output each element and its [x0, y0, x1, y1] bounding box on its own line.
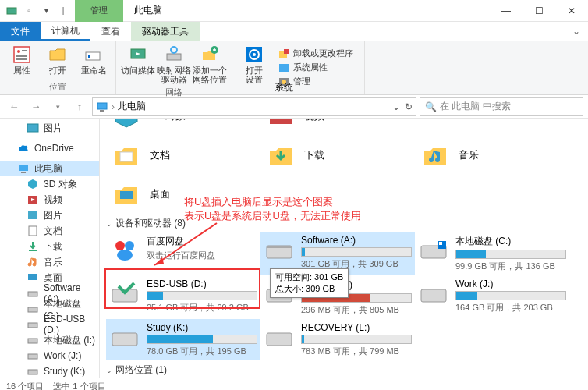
sidebar-item-esd-d[interactable]: ESD-USB (D:): [0, 317, 99, 332]
svg-rect-56: [112, 333, 137, 346]
add-network-button[interactable]: 添加一个 网络位置: [193, 42, 227, 86]
svg-point-11: [171, 47, 177, 53]
search-placeholder: 在 此电脑 中搜索: [440, 100, 511, 113]
svg-marker-62: [154, 257, 164, 265]
svg-rect-21: [97, 103, 107, 109]
svg-rect-32: [28, 274, 37, 280]
sidebar-item-music[interactable]: 音乐: [0, 254, 99, 270]
folder-videos[interactable]: 视频: [260, 119, 415, 136]
folder-music[interactable]: 音乐: [415, 136, 569, 175]
history-dropdown[interactable]: ▾: [48, 98, 67, 116]
svg-rect-30: [29, 226, 37, 236]
address-bar-row: ← → ▾ ↑ › 此电脑 ⌄ ↻ 🔍 在 此电脑 中搜索: [0, 95, 588, 119]
tab-file[interactable]: 文件: [0, 22, 41, 41]
sidebar-item-onedrive[interactable]: OneDrive: [0, 140, 99, 156]
search-icon: 🔍: [425, 101, 437, 112]
svg-rect-49: [267, 246, 292, 248]
back-button[interactable]: ←: [5, 98, 23, 116]
svg-point-47: [117, 250, 133, 261]
search-box[interactable]: 🔍 在 此电脑 中搜索: [420, 98, 583, 116]
svg-point-15: [253, 53, 256, 56]
up-button[interactable]: ↑: [70, 98, 89, 116]
tab-view[interactable]: 查看: [90, 22, 131, 41]
svg-rect-44: [120, 191, 133, 199]
window-title: 此电脑: [134, 4, 162, 17]
svg-rect-35: [28, 323, 37, 328]
nav-sidebar: 图片 OneDrive 此电脑 3D 对象 视频 图片 文档 下载 音乐 桌面 …: [0, 119, 100, 378]
svg-marker-26: [28, 179, 37, 189]
sidebar-item-pictures[interactable]: 图片: [0, 120, 99, 136]
svg-rect-0: [7, 8, 16, 14]
contextual-tab-manage[interactable]: 管理: [75, 0, 123, 22]
ribbon-group-location: 属性 打开 重命名 位置: [0, 41, 116, 94]
folder-pictures[interactable]: [415, 119, 569, 136]
svg-rect-52: [439, 242, 442, 245]
svg-point-46: [125, 241, 134, 250]
sidebar-item-downloads[interactable]: 下载: [0, 239, 99, 254]
svg-rect-29: [28, 211, 37, 219]
sidebar-item-thispc[interactable]: 此电脑: [0, 161, 99, 176]
sidebar-item-videos[interactable]: 视频: [0, 192, 99, 207]
forward-button[interactable]: →: [27, 98, 45, 116]
group-label-system: 系统: [275, 81, 293, 94]
svg-rect-55: [421, 289, 446, 302]
tab-drive-tools[interactable]: 驱动器工具: [131, 22, 200, 41]
svg-rect-31: [29, 250, 37, 251]
minimize-button[interactable]: —: [490, 0, 522, 22]
svg-rect-41: [270, 119, 292, 124]
svg-rect-24: [19, 165, 28, 171]
svg-rect-4: [16, 55, 27, 57]
drive-recovery-l[interactable]: RECOVERY (L:)783 MB 可用，共 799 MB: [260, 319, 415, 360]
group-label-location: 位置: [5, 80, 111, 93]
map-drive-button[interactable]: 映射网络 驱动器: [157, 42, 191, 86]
tab-computer[interactable]: 计算机: [41, 22, 90, 41]
system-menu-icon[interactable]: [5, 4, 19, 18]
svg-rect-22: [100, 110, 104, 112]
svg-rect-37: [28, 354, 37, 359]
ribbon: 属性 打开 重命名 位置 访问媒体 映射网络 驱动器 添加一个 网络位置 网络 …: [0, 41, 588, 95]
uninstall-button[interactable]: 卸载或更改程序: [278, 48, 353, 60]
svg-rect-57: [267, 333, 292, 346]
sidebar-item-work-j[interactable]: Work (J:): [0, 348, 99, 363]
system-properties-button[interactable]: 系统属性: [278, 62, 353, 74]
svg-rect-10: [167, 54, 181, 60]
ribbon-tabs: 文件 计算机 查看 驱动器工具 ⌄: [0, 22, 588, 41]
folder-documents[interactable]: 文档: [106, 136, 260, 175]
content-pane: 3D 对象 视频 文档 下载 音乐 桌面 ⌄设备和驱动器 (8) 百度网盘双击运…: [100, 119, 588, 378]
qat-btn-1[interactable]: ▫: [22, 4, 36, 18]
address-dropdown[interactable]: ⌄: [392, 101, 400, 112]
open-button[interactable]: 打开: [41, 42, 75, 80]
svg-rect-25: [21, 172, 26, 173]
rename-button[interactable]: 重命名: [76, 42, 111, 80]
sidebar-item-documents[interactable]: 文档: [0, 223, 99, 239]
refresh-button[interactable]: ↻: [405, 101, 413, 112]
open-settings-button[interactable]: 打开 设置: [237, 42, 271, 93]
breadcrumb-thispc[interactable]: 此电脑: [118, 100, 146, 113]
address-bar[interactable]: › 此电脑 ⌄ ↻: [92, 98, 416, 116]
maximize-button[interactable]: ☐: [522, 0, 555, 22]
status-item-count: 16 个项目: [6, 381, 44, 390]
folder-downloads[interactable]: 下载: [260, 136, 415, 175]
svg-rect-6: [86, 52, 100, 60]
annotation-arrow: [147, 218, 225, 273]
svg-rect-3: [22, 50, 27, 51]
sidebar-item-local-i[interactable]: 本地磁盘 (I:): [0, 332, 99, 348]
svg-marker-40: [115, 119, 137, 127]
properties-button[interactable]: 属性: [5, 42, 39, 80]
section-netloc[interactable]: ⌄网络位置 (1): [106, 363, 582, 377]
drive-work-j[interactable]: Work (J:)164 GB 可用，共 203 GB: [415, 275, 569, 319]
folder-3dobjects[interactable]: 3D 对象: [106, 119, 260, 136]
sidebar-item-pictures2[interactable]: 图片: [0, 207, 99, 223]
drive-study-k[interactable]: Study (K:)78.0 GB 可用，共 195 GB: [106, 319, 260, 360]
drive-local-c[interactable]: 本地磁盘 (C:)99.9 GB 可用，共 136 GB: [415, 232, 569, 275]
main-area: 图片 OneDrive 此电脑 3D 对象 视频 图片 文档 下载 音乐 桌面 …: [0, 119, 588, 378]
sidebar-item-3dobjects[interactable]: 3D 对象: [0, 176, 99, 192]
annotation-highlight: [104, 268, 260, 309]
close-button[interactable]: ✕: [555, 0, 588, 22]
svg-point-2: [17, 50, 20, 53]
access-media-button[interactable]: 访问媒体: [121, 42, 155, 86]
svg-rect-5: [16, 58, 27, 60]
qat-dropdown[interactable]: ▾: [39, 4, 53, 18]
titlebar: ▫ ▾ | 管理 此电脑 — ☐ ✕: [0, 0, 588, 22]
ribbon-collapse-button[interactable]: ⌄: [565, 22, 588, 41]
